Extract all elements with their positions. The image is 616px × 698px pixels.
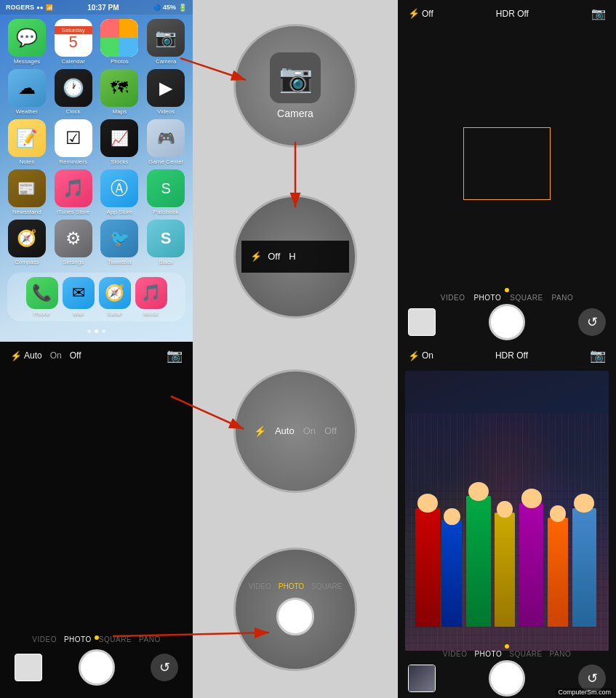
- mode-photo-br[interactable]: PHOTO: [474, 650, 502, 658]
- app-clock[interactable]: 🕐 Clock: [52, 69, 95, 115]
- dock: 📞 Phone ✉ Mail 🧭 Safari 🎵 Musi: [7, 273, 185, 321]
- zoom-circle-flash: ⚡ Off H: [233, 195, 357, 318]
- calendar-label: Calendar: [61, 58, 84, 65]
- lego-photo: [405, 371, 609, 651]
- stocks-label: Stocks: [111, 159, 128, 165]
- shutter-button-zoom[interactable]: [276, 598, 314, 635]
- mode-photo-zoom: PHOTO: [279, 582, 304, 590]
- status-time: 10:37 PM: [87, 4, 119, 12]
- photos-icon: [100, 19, 138, 57]
- reminders-label: Reminders: [59, 159, 87, 165]
- flash-on-text-br: On: [422, 350, 433, 361]
- hdr-text-br: HDR Off: [495, 350, 528, 361]
- app-calendar[interactable]: Saturday 5 Calendar: [52, 19, 95, 65]
- music-label: Music: [143, 310, 159, 317]
- carrier-text: ROGERS: [6, 4, 34, 11]
- photos-label: Photos: [111, 58, 129, 65]
- mode-square-bl[interactable]: SQUARE: [99, 635, 132, 643]
- shutter-button-top[interactable]: [489, 304, 525, 340]
- mode-photo[interactable]: PHOTO: [473, 294, 501, 302]
- camera-shutter-bar-top: ↺: [398, 302, 616, 342]
- camera-switch-button[interactable]: 📷: [591, 6, 606, 21]
- page-dots: [0, 329, 193, 333]
- app-maps[interactable]: 🗺 Maps: [99, 69, 141, 115]
- mail-icon: ✉: [63, 277, 95, 309]
- camera-switch-button-bl[interactable]: 📷: [167, 348, 183, 364]
- app-grid: 💬 Messages Saturday 5 Calendar: [0, 15, 193, 270]
- thumbnail-br[interactable]: [408, 665, 436, 692]
- app-messages[interactable]: 💬 Messages: [6, 19, 48, 65]
- thumbnail-top[interactable]: [408, 308, 436, 336]
- mode-photo-bl[interactable]: PHOTO: [64, 635, 92, 643]
- hdr-active-dot: [505, 288, 509, 292]
- notes-icon: 📝: [8, 119, 46, 157]
- app-passbook[interactable]: S Passbook: [145, 169, 187, 215]
- messages-icon: 💬: [8, 19, 46, 57]
- phone-icon: 📞: [26, 277, 58, 309]
- mode-square[interactable]: SQUARE: [510, 294, 543, 302]
- camera-switch-button-br[interactable]: 📷: [590, 348, 606, 364]
- flash-button-br[interactable]: ⚡ On: [408, 350, 433, 361]
- app-settings[interactable]: ⚙ Settings: [52, 220, 95, 265]
- camera-top-bar-bl: ⚡ Auto On Off 📷: [0, 342, 193, 369]
- zoom-off-text: Off: [324, 425, 337, 436]
- mode-video-bl[interactable]: VIDEO: [32, 635, 57, 643]
- dock-music[interactable]: 🎵 Music: [135, 277, 167, 317]
- camera-flip-button-bl[interactable]: ↺: [151, 654, 178, 681]
- mode-square-br[interactable]: SQUARE: [509, 650, 542, 658]
- app-stocks[interactable]: 📈 Stocks: [99, 119, 141, 165]
- mode-video[interactable]: VIDEO: [441, 294, 465, 302]
- flash-off-text: Off: [422, 9, 433, 19]
- app-newsstand[interactable]: 📰 Newsstand: [6, 169, 48, 215]
- camera-ui-bottom-left: ⚡ Auto On Off 📷 VIDEO PHOTO SQUARE PANO …: [0, 342, 193, 698]
- messages-label: Messages: [14, 58, 40, 65]
- app-compass[interactable]: 🧭 Compass: [6, 220, 48, 265]
- app-weather[interactable]: ☁ Weather: [6, 69, 48, 115]
- shutter-button-bl[interactable]: [79, 649, 115, 686]
- flip-icon: ↺: [587, 314, 598, 330]
- app-gamecenter[interactable]: 🎮 Game Center: [145, 119, 187, 165]
- app-appstore[interactable]: Ⓐ App Store: [99, 169, 141, 215]
- zoom-circle-flash-options: ⚡ Auto On Off: [233, 369, 357, 493]
- mode-square-zoom: SQUARE: [311, 582, 342, 590]
- shutter-button-br[interactable]: [489, 660, 525, 697]
- camera-switch-icon-bl: 📷: [167, 348, 183, 363]
- app-camera[interactable]: 📷 Camera: [145, 19, 187, 65]
- camera-ui-bottom-right: ⚡ On HDR Off 📷: [398, 342, 616, 698]
- notes-label: Notes: [19, 159, 34, 165]
- itunes-label: iTunes Store: [57, 209, 89, 215]
- mode-pano[interactable]: PANO: [552, 294, 574, 302]
- flip-icon-br: ↺: [587, 670, 598, 686]
- phone-label: Phone: [33, 310, 50, 317]
- camera-zoom-label: Camera: [277, 108, 313, 119]
- app-tweetbot[interactable]: 🐦 Tweetbot: [99, 220, 141, 265]
- app-photos[interactable]: Photos: [99, 19, 141, 65]
- app-notes[interactable]: 📝 Notes: [6, 119, 48, 165]
- dock-mail[interactable]: ✉ Mail: [63, 277, 95, 317]
- flash-button-bl[interactable]: ⚡ Auto On Off: [10, 350, 81, 361]
- app-itunes[interactable]: 🎵 iTunes Store: [52, 169, 95, 215]
- camera-icon: 📷: [147, 19, 185, 57]
- flash-button-top-right[interactable]: ⚡ Off: [408, 8, 433, 19]
- hdr-button-top-right[interactable]: HDR Off: [496, 9, 529, 19]
- hdr-active-dot-bl: [95, 635, 99, 640]
- mode-pano-bl[interactable]: PANO: [139, 635, 161, 643]
- status-left: ROGERS ●● 📶: [6, 4, 53, 11]
- camera-flip-button-top[interactable]: ↺: [578, 308, 606, 336]
- mode-video-br[interactable]: VIDEO: [443, 650, 468, 658]
- dot-1: [87, 329, 91, 333]
- app-slack[interactable]: S Slack: [145, 220, 187, 265]
- hdr-button-br[interactable]: HDR Off: [495, 350, 528, 361]
- thumbnail-bl[interactable]: [15, 654, 42, 681]
- dock-phone[interactable]: 📞 Phone: [26, 277, 58, 317]
- newsstand-label: Newsstand: [12, 209, 41, 215]
- weather-icon: ☁: [8, 69, 46, 107]
- dock-safari[interactable]: 🧭 Safari: [99, 277, 131, 317]
- lightning-icon: ⚡: [408, 8, 420, 19]
- app-videos[interactable]: ▶ Videos: [145, 69, 187, 115]
- top-row: ROGERS ●● 📶 10:37 PM 🔵 45% 🔋 💬 Messages: [0, 0, 616, 342]
- calendar-icon: Saturday 5: [55, 19, 92, 57]
- mode-pano-br[interactable]: PANO: [550, 650, 572, 658]
- app-reminders[interactable]: ☑ Reminders: [52, 119, 95, 165]
- compass-label: Compass: [15, 259, 39, 265]
